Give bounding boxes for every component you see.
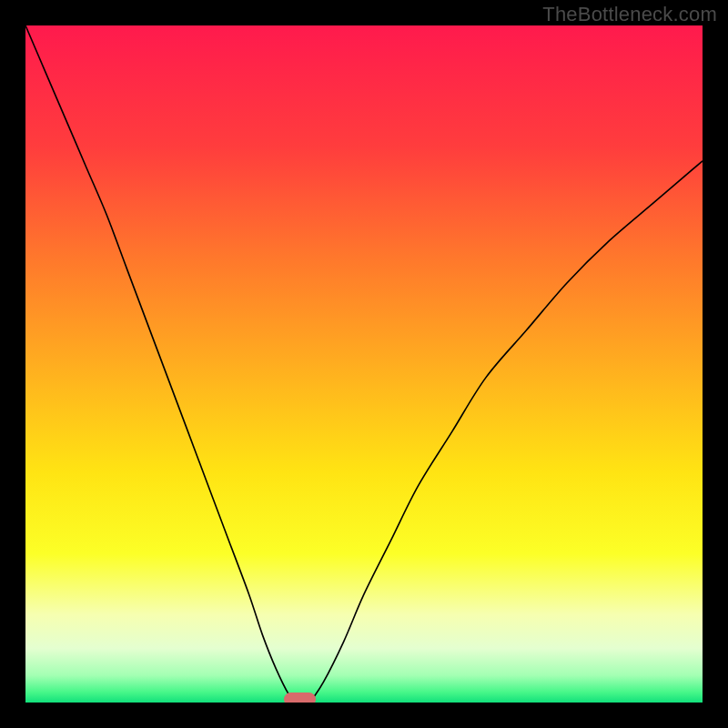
watermark-text: TheBottleneck.com bbox=[542, 3, 717, 26]
svg-rect-0 bbox=[25, 25, 703, 703]
background-gradient bbox=[25, 25, 703, 703]
plot-area bbox=[25, 25, 703, 703]
optimum-marker bbox=[284, 693, 316, 703]
chart-frame: TheBottleneck.com bbox=[0, 0, 728, 728]
